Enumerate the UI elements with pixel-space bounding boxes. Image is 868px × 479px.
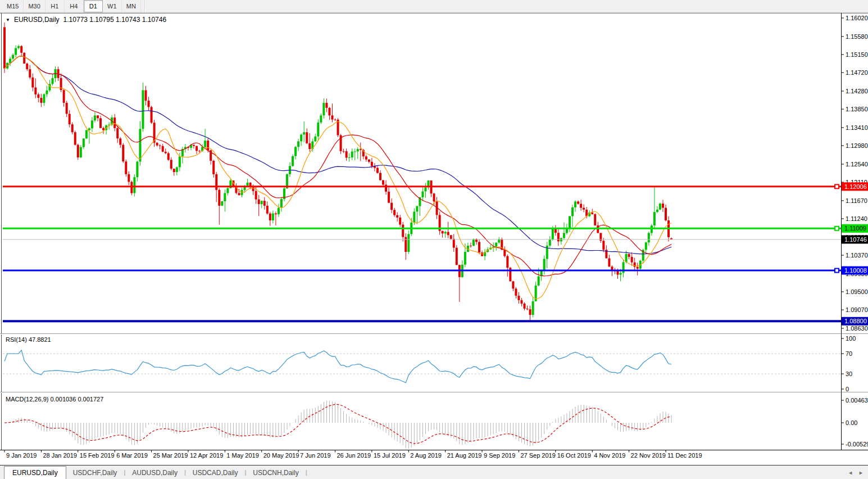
svg-text:7 Jun 2019: 7 Jun 2019	[300, 452, 330, 459]
tab-scroll-left-icon[interactable]: ◄	[848, 470, 853, 476]
svg-text:-0.005299: -0.005299	[846, 441, 868, 448]
svg-text:25 Mar 2019: 25 Mar 2019	[153, 452, 188, 459]
svg-text:1.12006: 1.12006	[844, 183, 867, 190]
svg-text:9 Jan 2019: 9 Jan 2019	[6, 452, 37, 459]
svg-text:6 Mar 2019: 6 Mar 2019	[116, 452, 148, 459]
timeframe-button-w1[interactable]: W1	[103, 0, 122, 12]
tab-audusd[interactable]: AUDUSD,Daily	[125, 467, 184, 479]
svg-text:1.15150: 1.15150	[846, 51, 868, 58]
tab-eurusd[interactable]: EURUSD,Daily	[4, 466, 66, 479]
svg-text:1.12980: 1.12980	[846, 142, 868, 149]
hline-handle[interactable]	[835, 184, 839, 188]
svg-text:1.09500: 1.09500	[846, 288, 868, 295]
mt4-chart-screen: { "toolbar": { "timeframes": [ {"label":…	[0, 0, 868, 479]
chart-ohlc-values: 1.10773 1.10795 1.10743 1.10746	[63, 16, 167, 24]
timeframe-button-m15[interactable]: M15	[2, 0, 24, 12]
timeframe-toolbar: M15M30H1H4D1W1MN	[0, 0, 868, 13]
chevron-down-icon[interactable]: ▼	[6, 17, 10, 22]
svg-text:21 Aug 2019: 21 Aug 2019	[447, 452, 482, 459]
svg-text:1.14720: 1.14720	[846, 69, 868, 76]
chart-symbol-label: EURUSD,Daily	[14, 16, 60, 24]
tab-usdcad[interactable]: USDCAD,Daily	[186, 467, 245, 479]
tab-scroll-arrows: ◄►	[848, 470, 864, 476]
svg-text:28 Jan 2019: 28 Jan 2019	[43, 452, 77, 459]
svg-text:22 Nov 2019: 22 Nov 2019	[631, 452, 666, 459]
svg-text:1.13850: 1.13850	[846, 106, 868, 112]
svg-text:1.09070: 1.09070	[846, 306, 868, 313]
svg-text:26 Jun 2019: 26 Jun 2019	[337, 452, 371, 459]
tab-separator: |	[306, 469, 307, 476]
svg-text:9 Sep 2019: 9 Sep 2019	[484, 452, 515, 459]
svg-text:0.00463: 0.00463	[846, 397, 868, 404]
svg-text:2 Aug 2019: 2 Aug 2019	[410, 452, 442, 459]
svg-text:11 Dec 2019: 11 Dec 2019	[667, 452, 702, 459]
timeframe-button-h1[interactable]: H1	[46, 0, 65, 12]
svg-text:1.14280: 1.14280	[846, 88, 868, 94]
tab-usdchf[interactable]: USDCHF,Daily	[66, 467, 124, 479]
timeframe-button-mn[interactable]: MN	[122, 0, 141, 12]
svg-text:100: 100	[846, 335, 856, 342]
svg-text:4 Nov 2019: 4 Nov 2019	[594, 452, 625, 459]
svg-text:12 Apr 2019: 12 Apr 2019	[190, 452, 223, 459]
svg-text:70: 70	[846, 350, 852, 357]
timeframe-button-d1[interactable]: D1	[84, 0, 103, 12]
tab-usdcnh[interactable]: USDCNH,Daily	[246, 467, 305, 479]
svg-text:1.10008: 1.10008	[844, 267, 867, 274]
tab-scroll-right-icon[interactable]: ►	[858, 470, 864, 476]
svg-text:16 Oct 2019: 16 Oct 2019	[557, 452, 591, 459]
svg-text:1.10370: 1.10370	[846, 252, 868, 259]
svg-text:1.13410: 1.13410	[846, 124, 868, 131]
hline-handle[interactable]	[835, 269, 839, 273]
svg-text:20 May 2019: 20 May 2019	[263, 452, 299, 459]
svg-text:1.10746: 1.10746	[844, 236, 867, 243]
svg-text:27 Sep 2019: 27 Sep 2019	[520, 452, 555, 459]
svg-text:1 May 2019: 1 May 2019	[226, 452, 258, 459]
svg-text:0: 0	[846, 386, 849, 392]
svg-text:1.08800: 1.08800	[844, 318, 867, 324]
svg-text:1.15580: 1.15580	[846, 33, 868, 40]
svg-text:15 Feb 2019: 15 Feb 2019	[80, 452, 115, 459]
svg-text:30: 30	[846, 370, 852, 377]
svg-text:1.11670: 1.11670	[846, 197, 867, 204]
rsi-label: RSI(14) 47.8821	[6, 336, 51, 343]
svg-text:1.16020: 1.16020	[846, 15, 868, 21]
svg-text:1.11009: 1.11009	[844, 225, 866, 232]
chart-title: ▼ EURUSD,Daily 1.10773 1.10795 1.10743 1…	[6, 16, 166, 24]
svg-text:1.08630: 1.08630	[846, 325, 868, 332]
hline-handle[interactable]	[835, 227, 839, 231]
macd-label: MACD(12,26,9) 0.001036 0.001727	[6, 396, 103, 403]
svg-text:1.12540: 1.12540	[846, 161, 868, 168]
timeframe-button-h4[interactable]: H4	[65, 0, 84, 12]
svg-text:15 Jul 2019: 15 Jul 2019	[374, 452, 406, 459]
chart-plot-area[interactable]: 9 Jan 201928 Jan 201915 Feb 20196 Mar 20…	[0, 13, 868, 466]
svg-text:1.11240: 1.11240	[846, 215, 867, 222]
chart-tab-bar: EURUSD,DailyUSDCHF,Daily|AUDUSD,Daily|US…	[0, 465, 868, 479]
timeframe-button-m30[interactable]: M30	[24, 0, 45, 12]
toolbar-separator	[144, 0, 146, 12]
svg-text:0.00: 0.00	[846, 419, 857, 426]
